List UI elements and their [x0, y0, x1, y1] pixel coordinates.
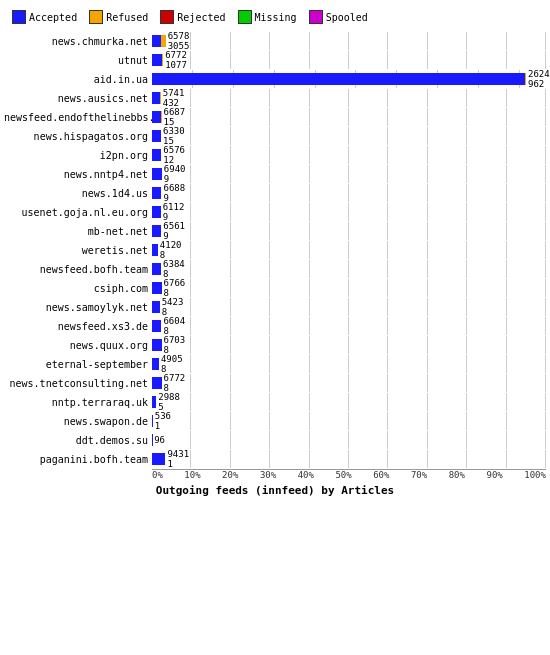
- legend-label-refused: Refused: [106, 12, 148, 23]
- bar-numbers: 94311: [167, 449, 189, 469]
- row-label: news.samoylyk.net: [4, 302, 152, 313]
- bar-accepted: [152, 111, 161, 123]
- bars-inner: [152, 396, 156, 408]
- bar-numbers: 262482962: [528, 69, 550, 89]
- bar-numbers: 63848: [163, 259, 185, 279]
- bar-numbers: 69409: [164, 164, 186, 184]
- bar-numbers: 633015: [163, 126, 185, 146]
- x-axis-title: Outgoing feeds (innfeed) by Articles: [4, 484, 546, 497]
- bar-section: 49058: [152, 355, 546, 373]
- bars-inner: [152, 320, 161, 332]
- bar-accepted: [152, 358, 159, 370]
- chart-row: news.quux.org67038: [4, 336, 546, 354]
- bars-inner: [152, 54, 163, 66]
- x-tick: 50%: [335, 470, 351, 480]
- bar-refused: [161, 35, 165, 47]
- legend-label-missing: Missing: [255, 12, 297, 23]
- bar-numbers: 67721077: [165, 50, 187, 70]
- bar-accepted: [152, 263, 161, 275]
- bar-refused: [525, 73, 526, 85]
- bar-refused: [162, 54, 164, 66]
- bars-inner: [152, 282, 162, 294]
- bar-numbers: 66048: [163, 316, 185, 336]
- bar-section: 67038: [152, 336, 546, 354]
- chart-row: csiph.com67668: [4, 279, 546, 297]
- bar-section: 5361: [152, 412, 546, 430]
- chart-row: usenet.goja.nl.eu.org61129: [4, 203, 546, 221]
- chart-row: newsfeed.xs3.de66048: [4, 317, 546, 335]
- legend-item-spooled: Spooled: [309, 10, 368, 24]
- bar-accepted: [152, 225, 161, 237]
- chart-row: news.hispagatos.org633015: [4, 127, 546, 145]
- row-label: news.tnetconsulting.net: [4, 378, 152, 389]
- bar-section: 69409: [152, 165, 546, 183]
- chart-row: i2pn.org657612: [4, 146, 546, 164]
- chart-row: mb-net.net65619: [4, 222, 546, 240]
- bar-numbers: 65619: [163, 221, 185, 241]
- row-label: news.1d4.us: [4, 188, 152, 199]
- chart-row: paganini.bofh.team94311: [4, 450, 546, 468]
- bar-section: 94311: [152, 450, 546, 468]
- row-label: i2pn.org: [4, 150, 152, 161]
- row-label: weretis.net: [4, 245, 152, 256]
- chart-row: news.nntp4.net69409: [4, 165, 546, 183]
- bar-section: 5741432: [152, 89, 546, 107]
- row-label: newsfeed.bofh.team: [4, 264, 152, 275]
- chart-row: newsfeed.endofthelinebbs.com668715: [4, 108, 546, 126]
- row-label: aid.in.ua: [4, 74, 152, 85]
- row-label: news.nntp4.net: [4, 169, 152, 180]
- row-label: eternal-september: [4, 359, 152, 370]
- row-label: ddt.demos.su: [4, 435, 152, 446]
- bars-inner: [152, 149, 161, 161]
- bars-inner: [152, 73, 526, 85]
- chart-row: news.chmurka.net65783055: [4, 32, 546, 50]
- bar-section: 41208: [152, 241, 546, 259]
- bar-accepted: [152, 377, 162, 389]
- bar-numbers: 67668: [164, 278, 186, 298]
- chart-row: nntp.terraraq.uk29885: [4, 393, 546, 411]
- chart-row: news.swapon.de5361: [4, 412, 546, 430]
- bar-section: 65619: [152, 222, 546, 240]
- bar-numbers: 65783055: [168, 31, 190, 51]
- bar-section: 668715: [152, 108, 546, 126]
- x-axis: 0%10%20%30%40%50%60%70%80%90%100%: [152, 469, 546, 480]
- row-label: news.quux.org: [4, 340, 152, 351]
- bar-accepted: [152, 54, 162, 66]
- bar-accepted: [152, 320, 161, 332]
- legend-item-accepted: Accepted: [12, 10, 77, 24]
- legend-item-rejected: Rejected: [160, 10, 225, 24]
- bars-inner: [152, 130, 161, 142]
- bar-section: 65783055: [152, 32, 546, 50]
- bar-accepted: [152, 168, 162, 180]
- bar-accepted: [152, 187, 161, 199]
- chart-row: utnut67721077: [4, 51, 546, 69]
- bar-accepted: [152, 301, 160, 313]
- row-label: newsfeed.xs3.de: [4, 321, 152, 332]
- row-label: news.chmurka.net: [4, 36, 152, 47]
- bar-refused: [160, 92, 161, 104]
- bars-inner: [152, 244, 158, 256]
- bar-numbers: 67038: [164, 335, 186, 355]
- bars-inner: [152, 111, 162, 123]
- x-tick: 0%: [152, 470, 163, 480]
- row-label: csiph.com: [4, 283, 152, 294]
- bars-inner: [152, 453, 165, 465]
- bar-accepted: [152, 35, 161, 47]
- bar-numbers: 657612: [163, 145, 185, 165]
- bar-numbers: 61129: [163, 202, 185, 222]
- bars-inner: [152, 358, 159, 370]
- bars-inner: [152, 35, 166, 47]
- bar-accepted: [152, 415, 153, 427]
- bar-section: 54238: [152, 298, 546, 316]
- row-label: nntp.terraraq.uk: [4, 397, 152, 408]
- x-tick: 20%: [222, 470, 238, 480]
- bar-section: 66048: [152, 317, 546, 335]
- bar-numbers: 49058: [161, 354, 183, 374]
- chart-row: ddt.demos.su96: [4, 431, 546, 449]
- row-label: usenet.goja.nl.eu.org: [4, 207, 152, 218]
- chart-row: newsfeed.bofh.team63848: [4, 260, 546, 278]
- legend: AcceptedRefusedRejectedMissingSpooled: [4, 6, 546, 32]
- bar-accepted: [152, 339, 162, 351]
- bars-inner: [152, 377, 162, 389]
- bar-accepted: [152, 149, 161, 161]
